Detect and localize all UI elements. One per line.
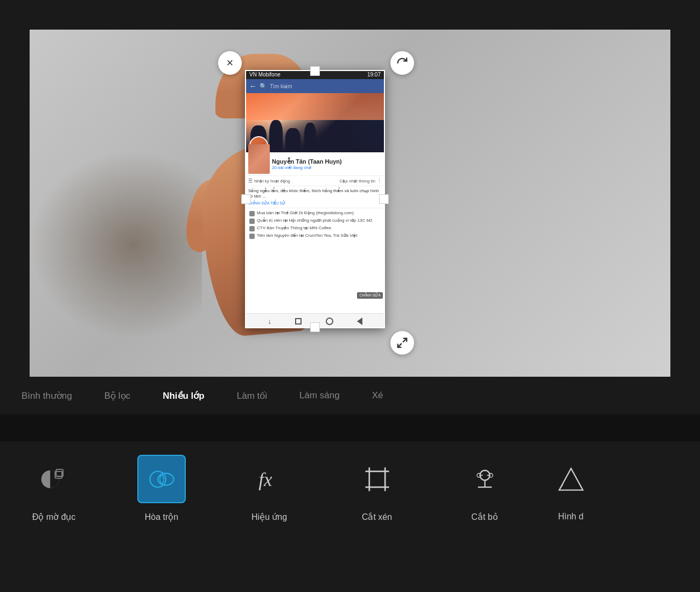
tool-item-hiệu-ứng[interactable]: fx Hiệu ứng bbox=[215, 455, 323, 522]
update-info-label: Cập nhật thông tin bbox=[340, 179, 375, 184]
tool-label-Cắt xén: Cắt xén bbox=[362, 512, 392, 522]
svg-marker-24 bbox=[559, 468, 583, 490]
activity-label: Nhật ký hoạt động bbox=[254, 179, 290, 184]
info-row-1: Mua bán tại Thế Giới Di Động (thegioidid… bbox=[249, 210, 381, 216]
tool-item-cắt-xén[interactable]: Cắt xén bbox=[323, 455, 431, 522]
blend-modes-bar: Bình thườngBộ lọcNhiều lớpLàm tốiLàm sán… bbox=[0, 377, 700, 414]
tool-icon-box-crop bbox=[353, 455, 401, 503]
shop-icon bbox=[249, 211, 255, 216]
info-text-4: Tiên làm Nguyên đến tại CrumTen Tea, Trà… bbox=[257, 233, 358, 238]
search-icon: 🔍 bbox=[260, 83, 267, 90]
tool-icon-box-shape bbox=[547, 455, 595, 503]
blend-mode-làm-sáng[interactable]: Làm sáng bbox=[299, 390, 340, 401]
blend-mode-xé[interactable]: Xé bbox=[372, 390, 383, 401]
phone-info-section: Mua bán tại Thế Giới Di Động (thegioidid… bbox=[245, 208, 385, 243]
svg-line-25 bbox=[559, 484, 563, 490]
phone-carrier: VN Mobifone bbox=[249, 72, 281, 77]
tools-bar: Độ mờ đục Hòa trộn fx Hiệu ứng Cắt xén C… bbox=[0, 441, 700, 592]
blend-mode-bộ-lọc[interactable]: Bộ lọc bbox=[104, 390, 130, 401]
tool-label-Hiệu ứng: Hiệu ứng bbox=[251, 512, 287, 522]
phone-search-bar: ← 🔍 Tìm kiếm bbox=[245, 79, 385, 93]
info-row-3: CTV Bán Truyền Thông tại MIN Coffee bbox=[249, 225, 381, 231]
info-row-4: Tiên làm Nguyên đến tại CrumTen Tea, Trà… bbox=[249, 233, 381, 239]
tool-item-độ-mờ-đục[interactable]: Độ mờ đục bbox=[0, 455, 108, 522]
tool-icon-box-cutout bbox=[460, 455, 509, 503]
tool-label-Cắt bỏ: Cắt bỏ bbox=[471, 512, 498, 522]
phone-screen: VN Mobifone 19:07 ← 🔍 Tìm kiếm CHỈNH SỬA bbox=[245, 70, 385, 328]
info-text-3: CTV Bán Truyền Thông tại MIN Coffee bbox=[257, 225, 331, 231]
phone-bottom-nav: ↓ bbox=[245, 313, 385, 328]
rotate-icon bbox=[396, 57, 408, 69]
nav-square-icon bbox=[295, 318, 302, 325]
info-text-2: Quản trị viên tại Hội những người phát c… bbox=[257, 218, 373, 223]
tool-icon-box-blend bbox=[137, 455, 186, 503]
tool-label-Hòa trộn: Hòa trộn bbox=[145, 512, 178, 522]
resize-icon bbox=[396, 337, 408, 349]
nav-download-icon: ↓ bbox=[268, 317, 271, 326]
phone-profile-name: Nguyễn Tân (Taan Huyn) bbox=[272, 158, 382, 165]
phone-edit-profile-label: CHỈNH SỬA bbox=[357, 292, 383, 299]
resize-button[interactable] bbox=[390, 331, 414, 355]
nav-circle-icon bbox=[326, 318, 333, 325]
back-arrow-icon: ← bbox=[249, 82, 257, 90]
work-icon bbox=[249, 226, 255, 231]
phone-time: 19:07 bbox=[367, 72, 381, 77]
close-button[interactable]: × bbox=[218, 51, 242, 75]
tool-item-hòa-trộn[interactable]: Hòa trộn bbox=[108, 455, 215, 522]
phone-bio: Sống ngẫu lẩm, đều khóc thầm, thích hồng… bbox=[248, 188, 382, 200]
info-row-2: Quản trị viên tại Hội những người phát c… bbox=[249, 218, 381, 224]
phone-cover-photo: CHỈNH SỬA bbox=[245, 93, 385, 152]
tool-item-hình-d[interactable]: Hình d bbox=[538, 455, 603, 521]
group-icon bbox=[249, 219, 255, 224]
svg-rect-8 bbox=[369, 471, 384, 487]
info-text-1: Mua bán tại Thế Giới Di Động (thegioidid… bbox=[257, 210, 354, 216]
tool-icon-box-opacity bbox=[30, 455, 78, 503]
tool-label-Hình d: Hình d bbox=[558, 512, 583, 521]
tool-icon-box-fx: fx bbox=[245, 455, 293, 503]
search-text: Tìm kiếm bbox=[270, 83, 381, 89]
phone-edit-bio-label: CHỈNH SỬA TIỂU SỬ bbox=[248, 201, 382, 206]
phone-profile-sub: 20 bài viết đang chờ bbox=[272, 165, 382, 170]
blend-mode-bình-thường[interactable]: Bình thường bbox=[22, 390, 72, 401]
close-icon: × bbox=[227, 56, 234, 70]
blend-mode-làm-tối[interactable]: Làm tối bbox=[237, 390, 267, 401]
nav-back-icon bbox=[357, 318, 362, 325]
phone-status-bar: VN Mobifone 19:07 bbox=[245, 70, 385, 79]
canvas-area: VN Mobifone 19:07 ← 🔍 Tìm kiếm CHỈNH SỬA bbox=[0, 0, 700, 377]
tool-label-Độ mờ đục: Độ mờ đục bbox=[32, 512, 76, 522]
svg-text:fx: fx bbox=[258, 469, 272, 490]
location-icon bbox=[249, 234, 255, 239]
rotate-button[interactable] bbox=[390, 51, 414, 75]
tool-item-cắt-bỏ[interactable]: Cắt bỏ bbox=[431, 455, 538, 522]
blend-mode-nhiều-lớp[interactable]: Nhiều lớp bbox=[163, 390, 205, 401]
